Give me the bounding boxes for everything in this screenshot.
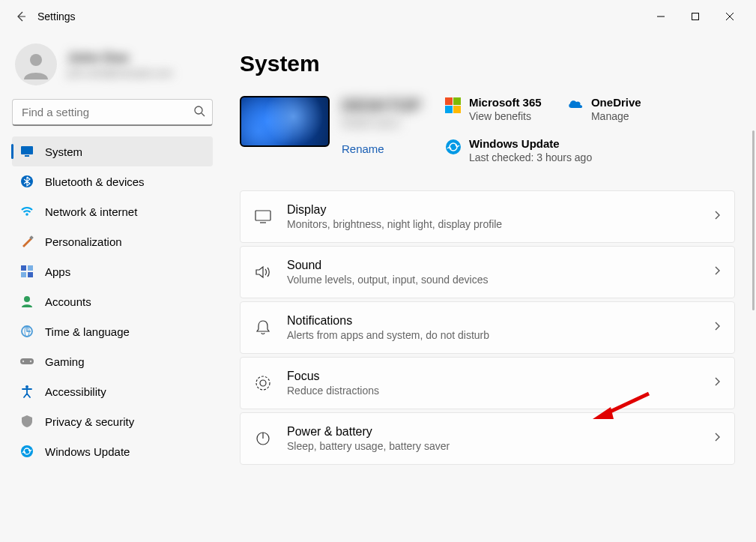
chevron-right-icon xyxy=(713,376,721,390)
monitor-icon xyxy=(19,145,34,158)
sidebar-item-label: Network & internet xyxy=(45,205,137,218)
notifications-icon xyxy=(254,319,272,336)
card-title: Windows Update xyxy=(469,137,592,150)
card-windows-update[interactable]: Windows Update Last checked: 3 hours ago xyxy=(445,137,595,163)
chevron-right-icon xyxy=(713,432,721,445)
back-button[interactable] xyxy=(9,4,33,28)
page-heading: System xyxy=(240,51,750,76)
card-onedrive[interactable]: OneDrive Manage xyxy=(567,96,668,122)
svg-point-21 xyxy=(30,361,31,362)
svg-point-28 xyxy=(260,380,266,386)
sidebar-item-label: Time & language xyxy=(45,325,130,338)
sidebar-item-network[interactable]: Network & internet xyxy=(12,196,213,226)
person-avatar-icon xyxy=(21,49,51,79)
sidebar-item-label: Accessibility xyxy=(45,385,106,398)
chevron-right-icon xyxy=(713,265,721,279)
rename-link[interactable]: Rename xyxy=(342,142,421,155)
close-icon xyxy=(725,12,734,21)
setting-subtitle: Sleep, battery usage, battery saver xyxy=(287,440,450,452)
setting-notifications[interactable]: Notifications Alerts from apps and syste… xyxy=(240,301,735,354)
chevron-right-icon xyxy=(713,321,721,334)
profile-name: John Doe xyxy=(67,50,172,66)
paintbrush-icon xyxy=(19,235,34,248)
system-info-row: DESKTOP Model name Rename Microsoft 365 … xyxy=(240,96,750,163)
microsoft-logo-icon xyxy=(445,97,462,114)
setting-power-battery[interactable]: Power & battery Sleep, battery usage, ba… xyxy=(240,412,735,465)
arrow-left-icon xyxy=(15,10,27,22)
sidebar-item-label: Accounts xyxy=(45,295,91,308)
profile-block[interactable]: John Doe john.doe@example.com xyxy=(12,39,213,99)
device-block: DESKTOP Model name Rename xyxy=(240,96,421,155)
svg-point-5 xyxy=(195,106,202,114)
profile-email: john.doe@example.com xyxy=(67,67,172,79)
focus-icon xyxy=(254,375,272,391)
person-icon xyxy=(19,295,34,308)
svg-point-20 xyxy=(22,361,24,362)
sidebar-item-label: Personalization xyxy=(45,235,122,248)
chevron-right-icon xyxy=(713,210,721,223)
sidebar-item-windows-update[interactable]: Windows Update xyxy=(12,436,213,466)
setting-title: Notifications xyxy=(287,314,489,328)
sidebar-item-bluetooth[interactable]: Bluetooth & devices xyxy=(12,166,213,196)
svg-point-16 xyxy=(24,296,30,302)
globe-clock-icon xyxy=(19,325,34,338)
sidebar-item-label: System xyxy=(45,145,82,158)
sidebar-item-label: Bluetooth & devices xyxy=(45,175,145,188)
svg-rect-12 xyxy=(21,265,26,271)
svg-rect-7 xyxy=(21,146,33,154)
profile-text: John Doe john.doe@example.com xyxy=(67,50,172,79)
setting-title: Sound xyxy=(287,259,489,272)
card-microsoft-365[interactable]: Microsoft 365 View benefits xyxy=(445,96,546,122)
sidebar-item-label: Windows Update xyxy=(45,445,130,458)
minimize-button[interactable] xyxy=(644,4,678,28)
card-title: Microsoft 365 xyxy=(469,96,542,109)
wifi-icon xyxy=(19,205,34,218)
setting-display[interactable]: Display Monitors, brightness, night ligh… xyxy=(240,190,735,243)
maximize-button[interactable] xyxy=(678,4,713,28)
svg-point-24 xyxy=(446,139,461,154)
setting-sound[interactable]: Sound Volume levels, output, input, soun… xyxy=(240,246,735,298)
scrollbar[interactable] xyxy=(752,130,755,310)
update-circle-icon xyxy=(445,139,462,155)
power-icon xyxy=(254,431,272,446)
accessibility-icon xyxy=(19,385,34,398)
search-input[interactable] xyxy=(12,99,213,126)
sidebar-item-accounts[interactable]: Accounts xyxy=(12,286,213,316)
apps-icon xyxy=(19,265,34,278)
display-icon xyxy=(254,210,272,223)
svg-rect-19 xyxy=(20,358,34,364)
main-content: System DESKTOP Model name Rename xyxy=(222,33,756,542)
avatar xyxy=(15,43,57,85)
svg-line-6 xyxy=(202,113,205,116)
sidebar-item-personalization[interactable]: Personalization xyxy=(12,226,213,256)
sidebar-item-gaming[interactable]: Gaming xyxy=(12,346,213,376)
titlebar: Settings xyxy=(0,0,756,33)
device-model: Model name xyxy=(342,117,421,129)
card-title: OneDrive xyxy=(591,96,641,109)
setting-subtitle: Monitors, brightness, night light, displ… xyxy=(287,218,502,230)
svg-point-10 xyxy=(25,213,28,216)
setting-subtitle: Alerts from apps and system, do not dist… xyxy=(287,329,489,341)
onedrive-icon xyxy=(567,97,584,114)
device-thumbnail[interactable] xyxy=(240,96,330,147)
svg-point-22 xyxy=(25,385,28,388)
card-subtitle: View benefits xyxy=(469,110,542,122)
setting-subtitle: Reduce distractions xyxy=(287,385,379,397)
sidebar-item-label: Apps xyxy=(45,265,70,278)
sidebar-item-time-language[interactable]: Time & language xyxy=(12,316,213,346)
close-button[interactable] xyxy=(713,4,747,28)
svg-rect-13 xyxy=(28,265,33,271)
sidebar-item-apps[interactable]: Apps xyxy=(12,256,213,286)
sidebar-item-system[interactable]: System xyxy=(12,136,213,166)
sidebar-item-accessibility[interactable]: Accessibility xyxy=(12,376,213,406)
setting-focus[interactable]: Focus Reduce distractions xyxy=(240,357,735,409)
settings-list: Display Monitors, brightness, night ligh… xyxy=(240,190,750,474)
svg-rect-1 xyxy=(692,13,699,20)
sound-icon xyxy=(254,265,272,279)
svg-point-4 xyxy=(30,54,42,66)
sidebar-item-privacy[interactable]: Privacy & security xyxy=(12,406,213,436)
svg-point-23 xyxy=(21,445,33,457)
svg-point-27 xyxy=(256,376,270,390)
search-icon xyxy=(193,105,205,120)
bluetooth-icon xyxy=(19,175,34,188)
